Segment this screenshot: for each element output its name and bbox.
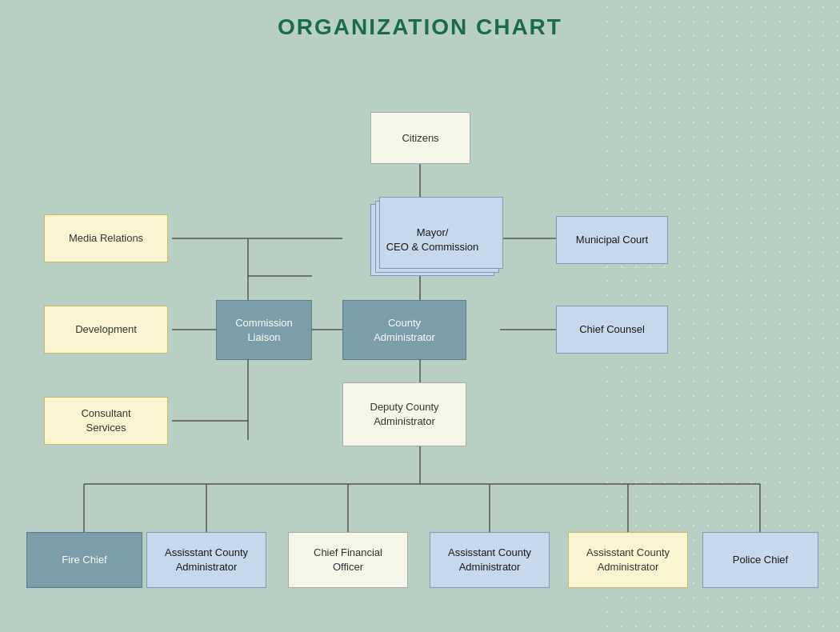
municipal-court-box: Municipal Court: [556, 216, 668, 264]
police-chief-box: Police Chief: [702, 532, 818, 588]
commission-liaison-box: Commission Liaison: [216, 300, 312, 360]
asst-county-admin-2-box: Assisstant County Administrator: [430, 532, 550, 588]
fire-chief-box: Fire Chief: [26, 532, 142, 588]
consultant-services-box: Consultant Services: [44, 397, 168, 445]
chief-financial-officer-box: Chief Financial Officer: [288, 532, 408, 588]
asst-county-admin-1-box: Assisstant County Administrator: [146, 532, 266, 588]
asst-county-admin-3-box: Assisstant County Administrator: [568, 532, 688, 588]
chief-counsel-box: Chief Counsel: [556, 306, 668, 354]
county-administrator-box: County Administrator: [342, 300, 466, 360]
page-title: ORGANIZATION CHART: [0, 0, 840, 40]
citizens-box: Citizens: [370, 112, 470, 164]
mayor-box: Mayor/ CEO & Commission: [370, 204, 494, 276]
development-box: Development: [44, 306, 168, 354]
chart-container: Citizens Mayor/ CEO & Commission Municip…: [0, 40, 840, 632]
deputy-county-administrator-box: Deputy County Administrator: [342, 382, 466, 446]
media-relations-box: Media Relations: [44, 214, 168, 262]
